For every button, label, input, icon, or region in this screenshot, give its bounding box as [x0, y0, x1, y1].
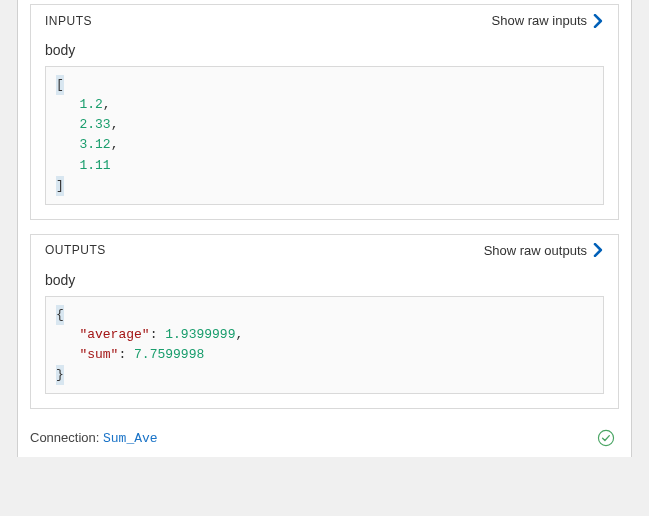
json-close-brace: }	[56, 365, 64, 385]
outputs-panel: OUTPUTS Show raw outputs body { "average…	[30, 234, 619, 410]
status-success-icon	[597, 429, 615, 447]
connection-name-link[interactable]: Sum_Ave	[103, 431, 158, 446]
json-number: 1.9399999	[165, 327, 235, 342]
inputs-body-label: body	[45, 42, 604, 58]
json-key: "average"	[79, 327, 149, 342]
show-raw-inputs-button[interactable]: Show raw inputs	[492, 13, 604, 28]
json-number: 7.7599998	[134, 347, 204, 362]
inputs-title: INPUTS	[45, 14, 92, 28]
json-number: 1.2	[79, 97, 102, 112]
inputs-panel: INPUTS Show raw inputs body [ 1.2, 2.33,…	[30, 4, 619, 220]
inputs-header: INPUTS Show raw inputs	[45, 13, 604, 28]
json-number: 3.12	[79, 137, 110, 152]
show-raw-inputs-label: Show raw inputs	[492, 13, 587, 28]
chevron-right-icon	[593, 14, 604, 28]
outputs-title: OUTPUTS	[45, 243, 106, 257]
outputs-body-label: body	[45, 272, 604, 288]
json-number: 2.33	[79, 117, 110, 132]
svg-point-0	[598, 431, 613, 446]
footer: Connection: Sum_Ave	[30, 423, 619, 457]
outputs-body-content[interactable]: { "average": 1.9399999, "sum": 7.7599998…	[45, 296, 604, 395]
inputs-body-content[interactable]: [ 1.2, 2.33, 3.12, 1.11 ]	[45, 66, 604, 205]
json-key: "sum"	[79, 347, 118, 362]
json-open-brace: {	[56, 305, 64, 325]
outputs-header: OUTPUTS Show raw outputs	[45, 243, 604, 258]
show-raw-outputs-button[interactable]: Show raw outputs	[484, 243, 604, 258]
show-raw-outputs-label: Show raw outputs	[484, 243, 587, 258]
json-open-bracket: [	[56, 75, 64, 95]
chevron-right-icon	[593, 243, 604, 257]
connection-info: Connection: Sum_Ave	[30, 430, 158, 446]
json-number: 1.11	[79, 158, 110, 173]
json-close-bracket: ]	[56, 176, 64, 196]
run-details-container: INPUTS Show raw inputs body [ 1.2, 2.33,…	[17, 0, 632, 457]
connection-label: Connection:	[30, 430, 99, 445]
